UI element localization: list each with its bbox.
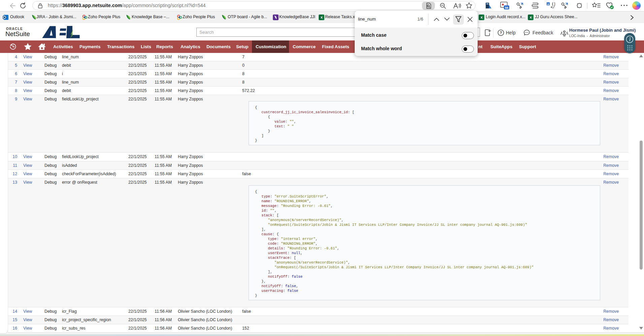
svg-text:?: ? xyxy=(500,31,502,35)
svg-text:56: 56 xyxy=(505,6,508,9)
svg-text:A: A xyxy=(547,3,549,6)
svg-text:</>: </> xyxy=(551,6,555,9)
